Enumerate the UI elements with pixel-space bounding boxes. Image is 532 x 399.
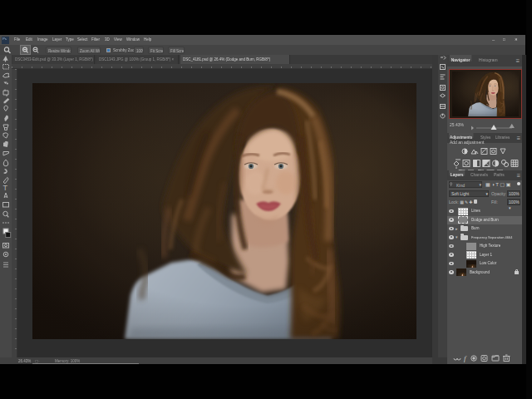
svg-text:f: f xyxy=(464,354,467,362)
svg-text:T: T xyxy=(3,184,8,192)
